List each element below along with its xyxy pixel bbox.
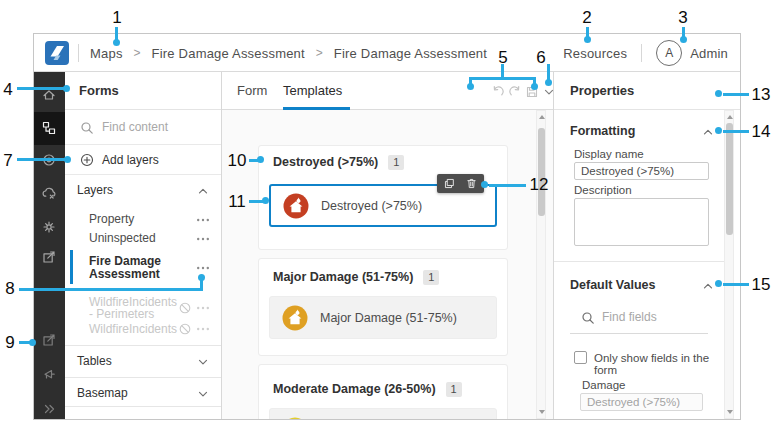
plus-circle-icon: [79, 152, 94, 167]
display-name-input[interactable]: [574, 162, 709, 180]
template-group-moderate: Moderate Damage (26-50%) 1 Moderate Dama…: [258, 364, 508, 419]
tables-section-header[interactable]: Tables: [65, 346, 221, 376]
undo-icon[interactable]: [490, 84, 505, 99]
template-card-label: Destroyed (>75%): [321, 199, 422, 213]
templates-scrollbar: [536, 110, 546, 419]
add-layers-button[interactable]: Add layers: [65, 145, 221, 175]
app-header: Maps > Fire Damage Assessment > Fire Dam…: [34, 34, 740, 72]
forms-panel-title: Forms: [65, 72, 221, 110]
layer-options-ellipsis-icon[interactable]: [195, 231, 210, 246]
resources-link[interactable]: Resources: [563, 46, 627, 61]
collapse-rail-icon[interactable]: [41, 401, 57, 417]
group-label: Destroyed (>75%): [273, 155, 378, 169]
breadcrumb-separator-icon: >: [316, 46, 323, 60]
avatar[interactable]: A: [656, 40, 682, 66]
header-divider: [641, 44, 642, 62]
chevron-down-icon[interactable]: [195, 386, 209, 400]
group-label: Moderate Damage (26-50%): [273, 382, 436, 396]
template-group-destroyed: Destroyed (>75%) 1 Destroyed (>75%): [258, 145, 508, 250]
breadcrumb-separator-icon: >: [134, 46, 141, 60]
tables-section-label: Tables: [77, 354, 112, 368]
basemap-section-header[interactable]: Basemap: [65, 378, 221, 408]
damage-field-input[interactable]: [580, 393, 703, 411]
editor-panel: Form Templates Destroyed (>75%) 1 Destro…: [222, 72, 553, 419]
scrollbar-thumb[interactable]: [538, 128, 545, 216]
scroll-up-arrow[interactable]: [727, 115, 733, 119]
divider: [65, 406, 221, 407]
damage-field-label: Damage: [582, 379, 625, 391]
chevron-down-icon[interactable]: [195, 354, 209, 368]
scroll-down-arrow[interactable]: [539, 410, 545, 414]
layer-options-ellipsis-icon[interactable]: [195, 260, 210, 275]
layer-options-ellipsis-icon[interactable]: [195, 212, 210, 227]
breadcrumb-current-page: Fire Damage Assessment: [334, 46, 487, 61]
callout-number: 9: [3, 333, 17, 353]
group-count-badge: 1: [446, 382, 462, 397]
properties-panel: Properties Formatting Display name Descr…: [553, 72, 740, 419]
callout-number: 14: [750, 122, 772, 142]
only-show-fields-checkbox[interactable]: [574, 351, 587, 364]
breadcrumb-map-name[interactable]: Fire Damage Assessment: [152, 46, 305, 61]
save-options-chevron-icon[interactable]: [541, 84, 553, 99]
search-icon: [580, 310, 594, 324]
template-card-label: Major Damage (51-75%): [320, 311, 457, 325]
collapse-default-values-chevron-icon[interactable]: [700, 278, 713, 291]
settings-gear-icon[interactable]: [41, 219, 57, 235]
layer-item-uninspected[interactable]: Uninspected: [89, 232, 187, 244]
save-icon[interactable]: [524, 84, 539, 99]
forms-panel: Forms Add layers Layers Property Uninspe…: [65, 72, 222, 419]
template-card-major[interactable]: Major Damage (51-75%): [269, 296, 497, 339]
description-label: Description: [574, 184, 632, 196]
callout-number: 15: [750, 275, 772, 295]
moderate-damage-symbol-icon: [282, 417, 308, 420]
properties-scrollbar: [724, 110, 734, 419]
find-fields-input[interactable]: [602, 310, 702, 324]
collapse-formatting-chevron-icon[interactable]: [700, 124, 713, 137]
major-damage-symbol-icon: [282, 305, 308, 331]
tab-templates[interactable]: Templates: [283, 83, 342, 98]
properties-title: Properties: [554, 72, 740, 110]
template-card-moderate[interactable]: Moderate Damage (26-50%): [269, 408, 497, 419]
trash-icon[interactable]: [465, 177, 478, 190]
geofences-icon[interactable]: [41, 152, 57, 168]
open-map-viewer-icon[interactable]: [41, 332, 57, 348]
layer-item-wildfire-perimeters[interactable]: WildfireIncidents - Perimeters: [89, 297, 173, 320]
editor-tab-bar: Form Templates: [222, 72, 553, 110]
layer-item-property[interactable]: Property: [89, 213, 187, 225]
layers-section-header[interactable]: Layers: [65, 175, 221, 205]
screenshot-canvas: Maps > Fire Damage Assessment > Fire Dam…: [0, 0, 773, 423]
default-values-heading: Default Values: [570, 278, 655, 292]
callout-number: 3: [676, 8, 690, 28]
layer-item-fire-damage-assessment[interactable]: Fire Damage Assessment: [89, 255, 173, 280]
basemap-section-label: Basemap: [77, 386, 128, 400]
chevron-up-icon[interactable]: [195, 183, 209, 197]
redo-icon[interactable]: [507, 84, 522, 99]
find-content-input[interactable]: [102, 120, 202, 134]
scrollbar-thumb[interactable]: [726, 123, 733, 235]
scroll-down-arrow[interactable]: [727, 410, 733, 414]
section-divider: [554, 261, 724, 262]
layer-options-ellipsis-icon[interactable]: [195, 300, 210, 315]
scroll-up-arrow[interactable]: [539, 115, 545, 119]
description-textarea[interactable]: [574, 198, 709, 246]
feedback-megaphone-icon[interactable]: [41, 366, 57, 382]
app-logo: [45, 41, 69, 65]
home-icon[interactable]: [41, 87, 57, 103]
nav-rail: [34, 72, 65, 419]
only-show-fields-label: Only show fields in the form: [594, 352, 719, 376]
user-menu[interactable]: Admin: [690, 46, 728, 61]
callout-number: 8: [3, 279, 17, 299]
breadcrumb: Maps > Fire Damage Assessment > Fire Dam…: [90, 34, 487, 72]
breadcrumb-maps[interactable]: Maps: [90, 46, 123, 61]
group-count-badge: 1: [423, 270, 439, 285]
layer-options-ellipsis-icon[interactable]: [195, 321, 210, 336]
formatting-heading: Formatting: [570, 124, 635, 138]
forms-icon[interactable]: [41, 120, 57, 136]
group-count-badge: 1: [388, 155, 404, 170]
sharing-icon[interactable]: [41, 249, 57, 265]
offline-icon[interactable]: [41, 185, 57, 201]
layer-item-wildfire-incidents[interactable]: WildfireIncidents: [89, 323, 187, 335]
duplicate-icon[interactable]: [443, 177, 456, 190]
tab-form[interactable]: Form: [237, 83, 267, 98]
card-actions-popover: [437, 174, 484, 193]
